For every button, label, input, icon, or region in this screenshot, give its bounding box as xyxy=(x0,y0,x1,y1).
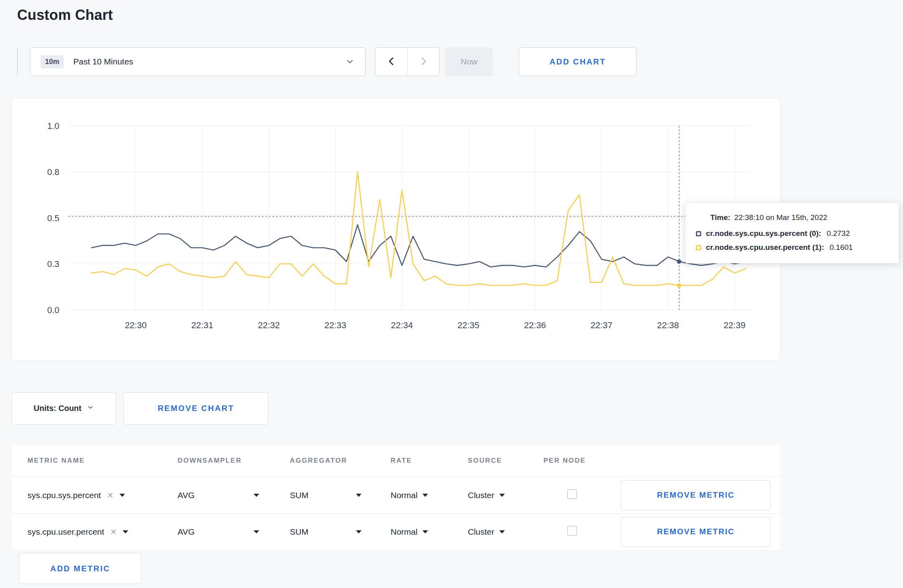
aggregator-select[interactable]: SUM xyxy=(290,527,362,537)
remove-chart-button[interactable]: REMOVE CHART xyxy=(123,392,268,424)
chevron-right-icon xyxy=(418,56,429,68)
svg-text:0.5: 0.5 xyxy=(47,213,59,223)
chevron-down-icon xyxy=(87,404,94,413)
tooltip-time: Time:22:38:10 on Mar 15th, 2022 xyxy=(710,213,888,222)
metrics-table-header: METRIC NAME DOWNSAMPLER AGGREGATOR RATE … xyxy=(12,445,780,477)
aggregator-select[interactable]: SUM xyxy=(290,491,362,500)
header-source: SOURCE xyxy=(468,457,543,465)
metric-name-select[interactable]: sys.cpu.user.percent ✕ xyxy=(27,527,178,537)
svg-text:22:35: 22:35 xyxy=(457,320,479,330)
time-pager xyxy=(375,47,440,76)
chart-svg[interactable]: 0.00.30.50.81.022:3022:3122:3222:3322:34… xyxy=(12,98,780,360)
aggregator-value: SUM xyxy=(290,527,309,537)
rate-select[interactable]: Normal xyxy=(391,491,468,500)
metric-name: sys.cpu.sys.percent xyxy=(27,491,101,500)
svg-text:22:31: 22:31 xyxy=(192,320,213,330)
tooltip-time-value: 22:38:10 on Mar 15th, 2022 xyxy=(734,213,827,222)
tooltip-series-name: cr.node.sys.cpu.sys.percent (0): xyxy=(706,229,821,238)
next-time-button[interactable] xyxy=(407,48,439,76)
close-icon[interactable]: ✕ xyxy=(107,491,113,499)
tooltip-series-row: cr.node.sys.cpu.sys.percent (0): 0.2732 xyxy=(696,229,888,238)
time-range-badge: 10m xyxy=(41,55,64,68)
remove-metric-button[interactable]: REMOVE METRIC xyxy=(621,480,771,510)
chart-container: 0.00.30.50.81.022:3022:3122:3222:3322:34… xyxy=(12,98,780,360)
header-metric-name: METRIC NAME xyxy=(27,457,178,465)
downsampler-value: AVG xyxy=(178,527,195,537)
caret-down-icon xyxy=(422,530,428,533)
header-aggregator: AGGREGATOR xyxy=(290,457,391,465)
chart-controls: Units: Count REMOVE CHART xyxy=(12,392,903,424)
source-value: Cluster xyxy=(468,527,494,537)
per-node-checkbox[interactable] xyxy=(567,489,577,499)
remove-metric-button[interactable]: REMOVE METRIC xyxy=(621,517,771,547)
caret-down-icon xyxy=(356,530,362,533)
svg-text:22:38: 22:38 xyxy=(657,320,679,330)
rate-select[interactable]: Normal xyxy=(391,527,468,537)
source-value: Cluster xyxy=(468,491,494,500)
caret-down-icon xyxy=(422,494,428,497)
time-range-dropdown[interactable]: 10m Past 10 Minutes xyxy=(30,47,366,76)
rate-value: Normal xyxy=(391,491,418,500)
caret-down-icon xyxy=(499,494,505,497)
svg-text:22:34: 22:34 xyxy=(391,320,413,330)
caret-down-icon xyxy=(119,494,125,497)
caret-down-icon xyxy=(499,530,505,533)
svg-text:22:33: 22:33 xyxy=(324,320,346,330)
metric-row: sys.cpu.sys.percent ✕ AVG SUM Normal Clu… xyxy=(12,477,780,513)
svg-text:0.3: 0.3 xyxy=(47,259,59,269)
metric-name-select[interactable]: sys.cpu.sys.percent ✕ xyxy=(27,491,178,500)
svg-text:22:39: 22:39 xyxy=(723,320,745,330)
custom-chart-page: Custom Chart 10m Past 10 Minutes Now AD xyxy=(0,6,903,584)
tooltip-series-name: cr.node.sys.cpu.user.percent (1): xyxy=(706,243,824,252)
tooltip-time-label: Time: xyxy=(710,213,730,222)
add-metric-button[interactable]: ADD METRIC xyxy=(19,553,141,584)
rate-value: Normal xyxy=(391,527,418,537)
downsampler-select[interactable]: AVG xyxy=(178,491,259,500)
svg-text:22:37: 22:37 xyxy=(590,320,612,330)
svg-text:22:32: 22:32 xyxy=(258,320,280,330)
chart-tooltip: Time:22:38:10 on Mar 15th, 2022 cr.node.… xyxy=(685,202,899,263)
source-select[interactable]: Cluster xyxy=(468,491,543,500)
metric-row: sys.cpu.user.percent ✕ AVG SUM Normal Cl… xyxy=(12,513,780,550)
tooltip-series-row: cr.node.sys.cpu.user.percent (1): 0.1601 xyxy=(696,243,888,252)
svg-text:0.8: 0.8 xyxy=(47,167,59,177)
svg-text:1.0: 1.0 xyxy=(47,121,59,131)
units-label: Units: Count xyxy=(34,404,82,413)
add-chart-button[interactable]: ADD CHART xyxy=(519,47,637,76)
caret-down-icon xyxy=(254,530,259,533)
per-node-checkbox[interactable] xyxy=(567,526,577,535)
caret-down-icon xyxy=(123,530,128,533)
chart-card: 0.00.30.50.81.022:3022:3122:3222:3322:34… xyxy=(12,98,780,360)
series-swatch-icon xyxy=(696,245,701,250)
svg-text:22:30: 22:30 xyxy=(125,320,147,330)
now-button[interactable]: Now xyxy=(445,47,493,76)
time-range-label: Past 10 Minutes xyxy=(73,57,133,66)
units-dropdown[interactable]: Units: Count xyxy=(12,392,116,424)
downsampler-select[interactable]: AVG xyxy=(178,527,259,537)
svg-text:0.0: 0.0 xyxy=(47,305,59,315)
series-swatch-icon xyxy=(696,231,701,236)
prev-time-button[interactable] xyxy=(375,48,407,76)
aggregator-value: SUM xyxy=(290,491,309,500)
source-select[interactable]: Cluster xyxy=(468,527,543,537)
toolbar: 10m Past 10 Minutes Now ADD CHART xyxy=(17,47,903,76)
header-per-node: PER NODE xyxy=(543,457,621,465)
close-icon[interactable]: ✕ xyxy=(110,528,117,536)
header-rate: RATE xyxy=(391,457,468,465)
page-title: Custom Chart xyxy=(17,6,903,24)
chevron-left-icon xyxy=(386,56,397,68)
metric-name: sys.cpu.user.percent xyxy=(27,527,104,537)
metrics-table: METRIC NAME DOWNSAMPLER AGGREGATOR RATE … xyxy=(12,445,780,550)
tooltip-series-value: 0.2732 xyxy=(827,229,850,238)
caret-down-icon xyxy=(254,494,259,497)
tooltip-series-value: 0.1601 xyxy=(830,243,853,252)
toolbar-divider xyxy=(17,47,18,76)
svg-text:22:36: 22:36 xyxy=(524,320,546,330)
caret-down-icon xyxy=(356,494,362,497)
header-downsampler: DOWNSAMPLER xyxy=(178,457,290,465)
downsampler-value: AVG xyxy=(178,491,195,500)
chevron-down-icon xyxy=(345,57,355,66)
